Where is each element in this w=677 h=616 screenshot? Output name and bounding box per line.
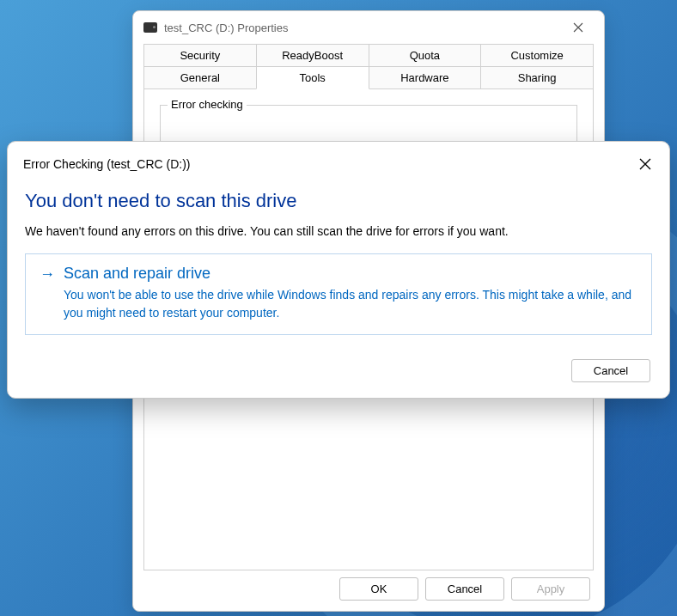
dialog-titlebar: Error Checking (test_CRC (D:)) xyxy=(8,142,669,181)
tab-hardware[interactable]: Hardware xyxy=(369,66,482,89)
close-button[interactable] xyxy=(559,15,597,40)
properties-button-row: OK Cancel Apply xyxy=(339,577,590,601)
tab-security[interactable]: Security xyxy=(143,44,257,67)
scan-repair-command[interactable]: → Scan and repair drive You won't be abl… xyxy=(25,253,652,335)
error-checking-dialog: Error Checking (test_CRC (D:)) You don't… xyxy=(7,141,670,399)
properties-title: test_CRC (D:) Properties xyxy=(164,21,559,34)
drive-icon xyxy=(143,22,157,33)
command-link-title: Scan and repair drive xyxy=(64,265,210,283)
dialog-cancel-button[interactable]: Cancel xyxy=(571,359,650,382)
dialog-heading: You don't need to scan this drive xyxy=(8,181,669,224)
cancel-button[interactable]: Cancel xyxy=(425,577,504,601)
dialog-title: Error Checking (test_CRC (D:)) xyxy=(23,157,633,171)
tab-customize[interactable]: Customize xyxy=(480,44,594,67)
arrow-right-icon: → xyxy=(40,266,55,282)
ok-button[interactable]: OK xyxy=(339,577,418,601)
properties-titlebar: test_CRC (D:) Properties xyxy=(133,11,604,44)
tab-quota[interactable]: Quota xyxy=(369,44,482,67)
groupbox-label: Error checking xyxy=(168,98,247,111)
dialog-body-text: We haven't found any errors on this driv… xyxy=(8,224,669,253)
tab-readyboost[interactable]: ReadyBoost xyxy=(256,44,369,67)
tabs-row-1: Security ReadyBoost Quota Customize xyxy=(133,44,604,67)
tab-general[interactable]: General xyxy=(143,66,257,89)
dialog-button-row: Cancel xyxy=(8,335,669,382)
command-link-description: You won't be able to use the drive while… xyxy=(40,286,637,322)
command-link-header: → Scan and repair drive xyxy=(40,265,637,283)
tabs-row-2: General Tools Hardware Sharing xyxy=(133,66,604,89)
dialog-close-button[interactable] xyxy=(633,152,657,176)
tab-sharing[interactable]: Sharing xyxy=(480,66,594,89)
apply-button[interactable]: Apply xyxy=(511,577,590,601)
tab-tools[interactable]: Tools xyxy=(256,66,369,89)
